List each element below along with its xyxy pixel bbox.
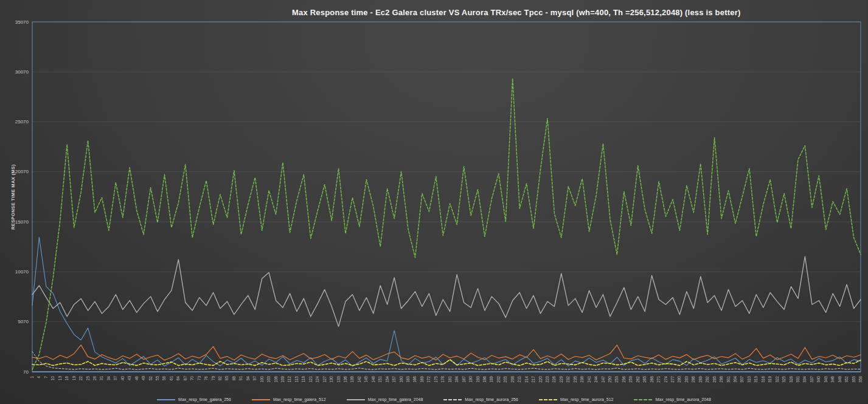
x-tick-label: 133 [336,376,341,383]
plot-area: 1471013161922252831343740434649525558616… [0,0,868,404]
x-tick-label: 94 [246,376,250,381]
legend-item-Max_resp_time_aurora_512[interactable]: Max_resp_time_aurora_512 [539,397,614,402]
x-tick-label: 313 [754,376,758,383]
x-tick-label: 328 [789,376,793,383]
x-tick-label: 352 [844,376,849,383]
legend-item-Max_resp_time_aurora_2048[interactable]: Max_resp_time_aurora_2048 [634,397,710,402]
x-tick-label: 121 [308,376,313,383]
x-tick-label: 214 [524,376,529,383]
x-tick-label: 310 [747,376,751,383]
x-tick-label: 322 [775,376,779,383]
legend-label: Max_resp_time_aurora_256 [465,397,518,402]
legend-item-Max_resp_time_galera_256[interactable]: Max_resp_time_galera_256 [157,397,231,402]
chart-legend: Max_resp_time_galera_256Max_resp_time_ga… [0,397,868,402]
x-tick-label: 160 [399,376,403,383]
x-tick-label: 4 [36,376,41,378]
x-tick-label: 151 [378,376,382,383]
x-tick-label: 253 [614,376,619,383]
x-tick-label: 298 [719,376,723,383]
x-tick-label: 196 [482,376,487,383]
x-tick-label: 97 [252,376,257,381]
x-tick-label: 226 [552,376,556,383]
x-tick-label: 265 [642,376,647,383]
x-tick-label: 343 [824,376,828,383]
legend-line-swatch [634,399,652,400]
x-tick-label: 172 [426,376,431,383]
x-tick-label: 61 [169,376,173,381]
x-tick-label: 346 [830,376,835,383]
x-tick-label: 304 [733,376,737,383]
x-tick-label: 40 [120,376,125,381]
x-tick-label: 325 [782,376,786,383]
x-tick-label: 289 [698,376,703,383]
x-tick-label: 205 [503,376,507,383]
x-tick-label: 154 [385,376,389,383]
x-tick-label: 136 [343,376,347,383]
x-tick-label: 19 [72,376,76,381]
x-tick-label: 337 [810,376,814,383]
x-tick-label: 112 [287,376,291,383]
x-tick-label: 70 [190,376,194,381]
x-tick-label: 166 [412,376,417,383]
legend-label: Max_resp_time_aurora_512 [560,397,614,402]
x-tick-label: 130 [329,376,333,383]
legend-line-swatch [443,399,462,400]
x-tick-label: 82 [218,376,222,381]
legend-item-Max_resp_time_aurora_256[interactable]: Max_resp_time_aurora_256 [443,397,518,402]
x-tick-label: 100 [260,376,264,383]
x-tick-label: 187 [462,376,466,383]
x-tick-label: 73 [197,376,201,381]
legend-line-swatch [539,399,557,400]
x-tick-label: 109 [280,376,285,383]
plot-border [32,22,861,372]
legend-item-Max_resp_time_galera_512[interactable]: Max_resp_time_galera_512 [252,397,326,402]
x-tick-label: 307 [740,376,744,383]
x-tick-label: 10 [50,376,55,381]
x-tick-label: 274 [664,376,668,383]
series-line-Max_resp_time_galera_256 [32,237,861,366]
x-tick-label: 175 [434,376,438,383]
x-tick-label: 217 [531,376,535,383]
x-tick-label: 355 [852,376,856,383]
x-tick-label: 223 [545,376,549,383]
x-tick-label: 340 [816,376,821,383]
x-tick-label: 292 [705,376,709,383]
x-tick-label: 31 [99,376,103,381]
x-tick-label: 295 [712,376,717,383]
x-tick-label: 76 [204,376,208,381]
x-tick-label: 277 [670,376,675,383]
legend-label: Max_resp_time_galera_256 [178,397,231,402]
x-tick-label: 118 [301,376,305,383]
x-tick-label: 319 [768,376,772,383]
x-tick-label: 163 [406,376,410,383]
x-tick-label: 184 [454,376,459,383]
x-tick-label: 127 [322,376,327,383]
x-tick-label: 52 [148,376,153,381]
legend-label: Max_resp_time_galera_2048 [368,397,423,402]
x-tick-label: 25 [86,376,90,381]
x-tick-label: 262 [636,376,640,383]
x-tick-label: 55 [155,376,159,381]
x-tick-label: 256 [622,376,626,383]
x-tick-label: 169 [420,376,424,383]
x-tick-label: 103 [266,376,271,383]
x-tick-label: 16 [64,376,69,381]
x-tick-label: 142 [357,376,361,383]
x-tick-label: 247 [601,376,605,383]
legend-label: Max_resp_time_galera_512 [273,397,326,402]
x-tick-label: 283 [684,376,689,383]
x-tick-label: 115 [294,376,299,383]
x-tick-label: 145 [364,376,368,383]
x-tick-label: 202 [496,376,501,383]
x-tick-label: 13 [58,376,62,381]
x-tick-label: 349 [838,376,842,383]
x-tick-label: 67 [183,376,187,381]
x-tick-label: 43 [127,376,131,381]
legend-line-swatch [157,399,175,400]
x-tick-label: 235 [573,376,577,383]
legend-item-Max_resp_time_galera_2048[interactable]: Max_resp_time_galera_2048 [347,397,423,402]
x-tick-label: 259 [628,376,633,383]
x-tick-label: 244 [594,376,598,383]
x-tick-label: 334 [802,376,807,383]
legend-line-swatch [252,399,270,400]
